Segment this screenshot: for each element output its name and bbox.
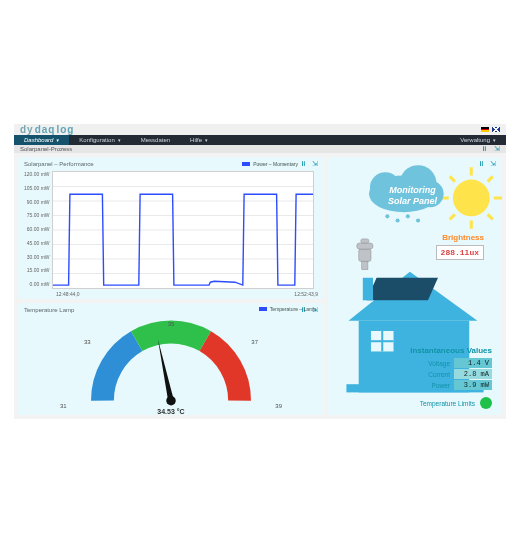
nav-label: Dashboard — [24, 137, 53, 143]
temperature-limits: Temperature Limits — [420, 397, 492, 409]
svg-rect-29 — [362, 261, 368, 269]
chevron-down-icon: ▾ — [205, 137, 208, 143]
chevron-down-icon: ▾ — [118, 137, 121, 143]
svg-point-23 — [396, 218, 400, 222]
brand-bar: dy daq log — [14, 124, 506, 135]
pause-icon[interactable]: ⏸ — [300, 160, 307, 168]
nav-label: Konfiguration — [79, 137, 114, 143]
language-switch[interactable] — [481, 127, 500, 132]
panel-performance: ⏸ ⇲ Solarpanel – Performance Power – Mom… — [18, 157, 324, 299]
monitor-title: Monitoring Solar Panel — [388, 185, 437, 207]
gauge-legend: Temperature – Lamp — [259, 306, 316, 312]
chart-x-axis: 12:48:44,0 12:52:43,9 — [56, 291, 318, 297]
panel-monitoring: ⏸ ⇲ — [328, 157, 502, 415]
svg-rect-27 — [357, 243, 373, 249]
svg-rect-34 — [363, 278, 373, 301]
line-chart — [52, 171, 314, 289]
inst-row-current: Current 2.8 mA — [410, 369, 492, 379]
brightness-label: Brightness — [442, 233, 484, 242]
nav-label: Verwaltung — [460, 137, 490, 143]
body: ⏸ ⇲ Solarpanel – Performance Power – Mom… — [14, 153, 506, 419]
nav-item-verwaltung[interactable]: Verwaltung▾ — [450, 135, 506, 145]
chevron-down-icon: ▾ — [56, 137, 59, 143]
svg-line-14 — [450, 176, 455, 181]
svg-line-15 — [488, 214, 493, 219]
svg-point-8 — [165, 395, 176, 406]
inst-row-power: Power 3.9 mW — [410, 380, 492, 390]
svg-line-17 — [488, 176, 493, 181]
panel-temperature: ⏸ ⇲ Temperature Lamp Temperature – Lamp — [18, 303, 324, 415]
legend-label: Temperature – Lamp — [270, 306, 316, 312]
legend-swatch — [259, 307, 267, 311]
main-nav: Dashboard▾ Konfiguration▾ Messdaten Hilf… — [14, 135, 506, 145]
status-dot-green-icon — [480, 397, 492, 409]
app-root: dy daq log Dashboard▾ Konfiguration▾ Mes… — [14, 124, 506, 419]
inst-row-voltage: Voltage 1.4 V — [410, 358, 492, 368]
inst-title: Instantaneous Values — [410, 346, 492, 355]
svg-rect-26 — [359, 249, 371, 261]
legend-label: Power – Momentary — [253, 161, 298, 167]
nav-item-dashboard[interactable]: Dashboard▾ — [14, 135, 69, 145]
svg-rect-28 — [361, 239, 369, 243]
chart-y-axis: 120.00 mW 105.00 mW 90.00 mW 75.00 mW 60… — [24, 171, 50, 287]
share-icon[interactable]: ⇲ — [494, 145, 500, 153]
nav-item-konfiguration[interactable]: Konfiguration▾ — [69, 135, 130, 145]
chevron-down-icon: ▾ — [493, 137, 496, 143]
subheader-title: Solarpanel-Prozess — [20, 146, 72, 152]
instantaneous-values: Instantaneous Values Voltage 1.4 V Curre… — [410, 346, 492, 391]
brightness-value: 288.1lux — [436, 245, 484, 260]
svg-marker-7 — [155, 339, 174, 402]
pause-icon[interactable]: ⏸ — [481, 145, 488, 153]
svg-point-25 — [416, 218, 420, 222]
legend-swatch — [242, 162, 250, 166]
chart-legend: Power – Momentary — [242, 161, 298, 167]
gauge: 31 33 35 37 39 34.53 °C — [24, 313, 318, 413]
svg-point-24 — [406, 214, 410, 218]
svg-line-16 — [450, 214, 455, 219]
share-icon[interactable]: ⇲ — [312, 160, 318, 168]
nav-label: Hilfe — [190, 137, 202, 143]
svg-rect-33 — [367, 278, 438, 301]
gauge-value: 34.53 °C — [157, 408, 184, 415]
svg-point-22 — [385, 214, 389, 218]
chart-area: 120.00 mW 105.00 mW 90.00 mW 75.00 mW 60… — [24, 171, 318, 289]
nav-label: Messdaten — [141, 137, 170, 143]
subheader: Solarpanel-Prozess ⏸ ⇲ — [14, 145, 506, 153]
flag-uk-icon[interactable] — [492, 127, 500, 132]
logo: dy daq log — [20, 124, 74, 135]
nav-item-hilfe[interactable]: Hilfe▾ — [180, 135, 218, 145]
nav-item-messdaten[interactable]: Messdaten — [131, 135, 180, 145]
flag-de-icon[interactable] — [481, 127, 489, 132]
svg-point-9 — [453, 180, 490, 217]
